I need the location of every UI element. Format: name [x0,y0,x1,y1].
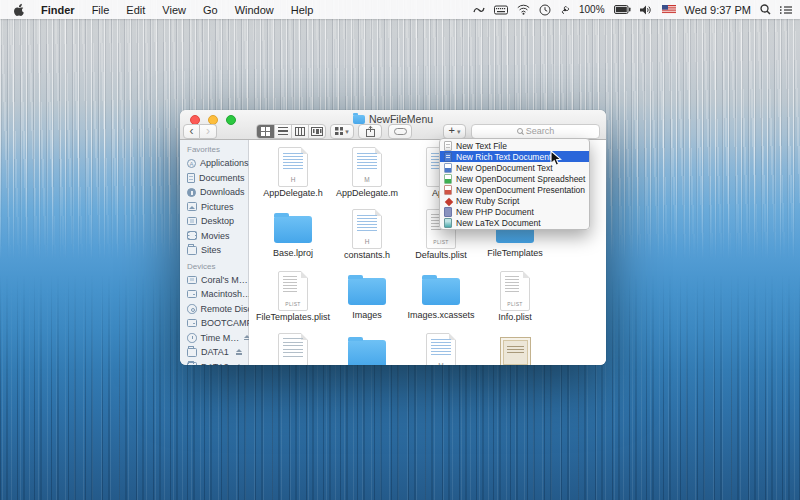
menu-item[interactable]: New PHP Document [440,206,589,217]
sidebar-item[interactable]: Macintosh… [187,287,246,302]
menu-item[interactable]: New OpenDocument Text [440,162,589,173]
menu-item[interactable]: New OpenDocument Spreadsheet [440,173,589,184]
sidebar-item[interactable]: Sites [187,243,246,258]
squiggle-icon[interactable] [473,5,485,15]
column-view-button[interactable] [291,125,308,138]
menu-item-label: New LaTeX Document [456,218,541,228]
menu-item[interactable]: New Rich Text Document [440,151,589,162]
sidebar-item[interactable]: Movies [187,229,246,244]
sidebar-item[interactable]: DATA1 [187,345,246,360]
eject-icon[interactable] [235,349,242,355]
nav-buttons: ‹ › [183,124,217,139]
back-button[interactable]: ‹ [183,124,200,139]
apple-icon[interactable] [13,3,24,16]
file-item[interactable]: H constants.h [330,207,404,269]
file-icon-badge: PLIST [427,239,455,245]
file-item[interactable]: M AppDelegate.m [330,145,404,207]
document-type-icon [444,218,452,228]
menubar-menu[interactable]: Go [203,4,218,16]
file-icon: PLIST [500,271,530,311]
sidebar-item[interactable]: DATA2 [187,360,246,366]
file-icon-badge: PLIST [279,301,307,307]
menu-item[interactable]: New OpenDocument Presentation [440,184,589,195]
sidebar-item[interactable]: BOOTCAMP [187,316,246,331]
coverflow-view-button[interactable] [308,125,325,138]
menu-item-label: New OpenDocument Spreadsheet [456,174,585,184]
sidebar-item[interactable]: Time M… [187,331,246,346]
document-type-icon [444,207,452,217]
file-item[interactable]: Images.xcassets [404,269,478,331]
file-icon [348,278,386,305]
file-item[interactable] [256,331,330,365]
file-name: Defaults.plist [415,250,467,260]
sidebar-icon [187,246,197,255]
sidebar-icon [187,319,197,327]
sidebar-item[interactable]: Pictures [187,200,246,215]
file-item[interactable]: Base.lproj [256,207,330,269]
sidebar-item[interactable]: Downloads [187,185,246,200]
sidebar-icon [187,202,197,211]
document-type-icon [444,152,452,162]
file-item[interactable]: PLIST FileTemplates.plist [256,269,330,331]
file-item[interactable]: Images [330,269,404,331]
file-item[interactable]: PLIST Info.plist [478,269,552,331]
battery-icon[interactable] [614,5,631,14]
file-name: constants.h [344,250,390,260]
sidebar-item-label: Documents [199,173,245,183]
file-icon-badge: H [353,238,381,245]
sidebar-item[interactable]: Remote Disc [187,302,246,317]
time-machine-icon[interactable] [539,4,551,16]
wifi-icon[interactable] [517,4,530,15]
volume-icon[interactable] [640,5,653,15]
sidebar-item[interactable]: Documents [187,171,246,186]
title-bar[interactable]: NewFileMenu ‹ › ▾ +▾ Search [180,110,606,140]
cursor [550,150,562,167]
file-item[interactable] [478,331,552,365]
sidebar-icon [187,173,195,183]
sidebar-icon [187,159,196,168]
eject-icon[interactable] [235,364,242,365]
sidebar-item-label: Coral's M… [201,275,248,285]
spotlight-icon[interactable] [760,4,771,15]
list-view-button[interactable] [274,125,291,138]
sidebar-item[interactable]: Desktop [187,214,246,229]
battery-percent: 100% [579,4,605,15]
columns-icon [295,127,305,136]
menubar-menu[interactable]: Edit [126,4,145,16]
tag-button[interactable] [388,124,412,139]
menu-item[interactable]: New Ruby Script [440,195,589,206]
menubar-clock[interactable]: Wed 9:37 PM [685,4,751,16]
document-type-icon [444,163,452,173]
sidebar-icon [187,290,197,298]
sidebar-devices-header: Devices [187,261,246,273]
share-button[interactable] [358,124,382,139]
menu-item-label: New OpenDocument Text [456,163,553,173]
new-file-button[interactable]: +▾ [443,124,466,139]
menubar-menu[interactable]: Finder [41,4,75,16]
menu-item[interactable]: New LaTeX Document [440,217,589,228]
sidebar-icon [187,304,197,314]
notification-center-icon[interactable] [780,5,792,15]
us-flag-icon[interactable] [662,5,676,14]
arrange-button[interactable]: ▾ [330,124,354,139]
list-icon [278,127,288,135]
search-input[interactable]: Search [471,124,600,139]
desktop: { "menubar": { "apple_icon": "apple-icon… [0,0,800,500]
menubar-menu[interactable]: Window [235,4,274,16]
sidebar-item[interactable]: Coral's M… [187,273,246,288]
menubar-menu[interactable]: File [92,4,110,16]
file-item[interactable]: M [404,331,478,365]
sidebar-item[interactable]: Applications [187,156,246,171]
fan-icon[interactable] [560,5,570,15]
search-icon [517,128,523,134]
keyboard-icon[interactable] [494,5,508,15]
forward-button[interactable]: › [200,124,217,139]
file-icon [278,333,308,365]
icon-view-button[interactable] [257,125,274,138]
menu-item[interactable]: New Text File [440,140,589,151]
menubar-menu[interactable]: Help [291,4,314,16]
menubar-menu[interactable]: View [162,4,186,16]
file-item[interactable]: H AppDelegate.h [256,145,330,207]
tag-icon [394,128,407,135]
file-item[interactable] [330,331,404,365]
